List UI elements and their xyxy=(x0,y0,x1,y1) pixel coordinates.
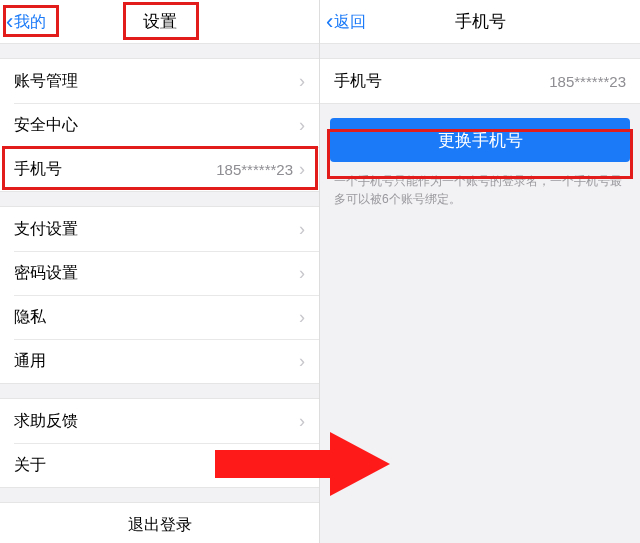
logout-label: 退出登录 xyxy=(128,515,192,536)
phone-screen: ‹ 返回 手机号 手机号 185******23 更换手机号 一个手机号只能作为… xyxy=(320,0,640,543)
row-phone-display: 手机号 185******23 xyxy=(320,59,640,103)
page-title: 手机号 xyxy=(455,10,506,33)
list-group: 求助反馈 › 关于 › xyxy=(0,398,319,488)
back-button[interactable]: ‹ 我的 xyxy=(6,0,46,44)
chevron-right-icon: › xyxy=(299,308,305,326)
back-button[interactable]: ‹ 返回 xyxy=(326,0,366,44)
chevron-right-icon: › xyxy=(299,412,305,430)
list-group: 支付设置 › 密码设置 › 隐私 › 通用 › xyxy=(0,206,319,384)
row-phone-number[interactable]: 手机号 185******23 › xyxy=(0,147,319,191)
chevron-right-icon: › xyxy=(299,456,305,474)
row-about[interactable]: 关于 › xyxy=(0,443,319,487)
chevron-left-icon: ‹ xyxy=(326,11,333,33)
settings-screen: ‹ 我的 设置 账号管理 › 安全中心 › 手机号 185******23 › xyxy=(0,0,320,543)
row-account-manage[interactable]: 账号管理 › xyxy=(0,59,319,103)
hint-text: 一个手机号只能作为一个账号的登录名，一个手机号最多可以被6个账号绑定。 xyxy=(320,162,640,208)
chevron-left-icon: ‹ xyxy=(6,11,13,33)
row-password-settings[interactable]: 密码设置 › xyxy=(0,251,319,295)
row-label: 通用 xyxy=(14,351,299,372)
row-label: 支付设置 xyxy=(14,219,299,240)
back-label: 返回 xyxy=(334,12,366,33)
back-label: 我的 xyxy=(14,12,46,33)
row-help-feedback[interactable]: 求助反馈 › xyxy=(0,399,319,443)
list-group: 退出登录 xyxy=(0,502,319,543)
nav-bar: ‹ 返回 手机号 xyxy=(320,0,640,44)
row-privacy[interactable]: 隐私 › xyxy=(0,295,319,339)
row-security-center[interactable]: 安全中心 › xyxy=(0,103,319,147)
chevron-right-icon: › xyxy=(299,264,305,282)
row-label: 账号管理 xyxy=(14,71,299,92)
list-group: 账号管理 › 安全中心 › 手机号 185******23 › xyxy=(0,58,319,192)
row-label: 手机号 xyxy=(14,159,216,180)
chevron-right-icon: › xyxy=(299,352,305,370)
change-phone-button[interactable]: 更换手机号 xyxy=(330,118,630,162)
nav-bar: ‹ 我的 设置 xyxy=(0,0,319,44)
logout-button[interactable]: 退出登录 xyxy=(0,503,319,543)
row-payment-settings[interactable]: 支付设置 › xyxy=(0,207,319,251)
row-label: 求助反馈 xyxy=(14,411,299,432)
button-label: 更换手机号 xyxy=(438,129,523,152)
chevron-right-icon: › xyxy=(299,160,305,178)
row-value: 185******23 xyxy=(216,161,293,178)
row-label: 安全中心 xyxy=(14,115,299,136)
chevron-right-icon: › xyxy=(299,116,305,134)
row-label: 密码设置 xyxy=(14,263,299,284)
chevron-right-icon: › xyxy=(299,72,305,90)
list-group: 手机号 185******23 xyxy=(320,58,640,104)
chevron-right-icon: › xyxy=(299,220,305,238)
row-label: 隐私 xyxy=(14,307,299,328)
row-general[interactable]: 通用 › xyxy=(0,339,319,383)
row-value: 185******23 xyxy=(549,73,626,90)
row-label: 关于 xyxy=(14,455,299,476)
row-label: 手机号 xyxy=(334,71,549,92)
page-title: 设置 xyxy=(143,10,177,33)
